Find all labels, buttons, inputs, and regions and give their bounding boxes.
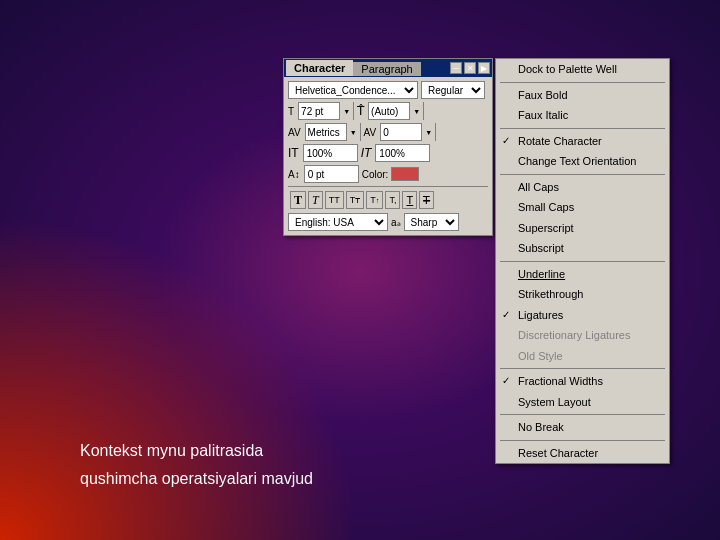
menu-item-old-style[interactable]: Old Style xyxy=(496,346,669,367)
body-text-line1: Kontekst mynu palitrasida xyxy=(80,442,263,460)
horiz-scale-input[interactable] xyxy=(375,144,430,162)
scale-row: IT IT xyxy=(288,144,488,162)
btn-T-comma[interactable]: T, xyxy=(385,191,400,209)
btn-T-super[interactable]: T↑ xyxy=(366,191,383,209)
menu-item-dock-palette[interactable]: Dock to Palette Well xyxy=(496,59,669,80)
menu-item-reset-char[interactable]: Reset Character xyxy=(496,443,669,464)
tracking-input[interactable] xyxy=(381,127,421,138)
menu-item-subscript[interactable]: Subscript xyxy=(496,238,669,259)
menu-item-underline[interactable]: Underline xyxy=(496,264,669,285)
aa-label: aₐ xyxy=(391,217,401,228)
baseline-color-row: A↕ Color: xyxy=(288,165,488,183)
minimize-button[interactable]: ─ xyxy=(450,62,462,74)
btn-T-regular[interactable]: T xyxy=(290,191,306,209)
tab-paragraph[interactable]: Paragraph xyxy=(353,62,420,76)
btn-TT-caps[interactable]: TT xyxy=(325,191,344,209)
kerning-arrow[interactable]: ▼ xyxy=(346,123,360,141)
panel-titlebar: Character Paragraph ─ ✕ ▶ xyxy=(284,59,492,77)
tab-character[interactable]: Character xyxy=(286,60,353,76)
color-swatch[interactable] xyxy=(391,167,419,181)
menu-item-rotate-char[interactable]: Rotate Character xyxy=(496,131,669,152)
kerning-input-group: ▼ xyxy=(305,123,361,141)
tracking-icon: AV xyxy=(364,127,377,138)
menu-item-sys-layout[interactable]: System Layout xyxy=(496,392,669,413)
btn-T-under[interactable]: T xyxy=(402,191,417,209)
font-style-select[interactable]: Regular xyxy=(421,81,485,99)
color-label: Color: xyxy=(362,169,389,180)
menu-item-all-caps[interactable]: All Caps xyxy=(496,177,669,198)
tracking-arrow[interactable]: ▼ xyxy=(421,123,435,141)
baseline-icon: A↕ xyxy=(288,169,300,180)
context-menu: Dock to Palette Well Faux Bold Faux Ital… xyxy=(495,58,670,464)
panel-container: Character Paragraph ─ ✕ ▶ Helvetica_Cond… xyxy=(283,58,493,236)
close-button[interactable]: ✕ xyxy=(464,62,476,74)
leading-arrow[interactable]: ▼ xyxy=(409,102,423,120)
kerning-icon: AV xyxy=(288,127,301,138)
menu-item-small-caps[interactable]: Small Caps xyxy=(496,197,669,218)
menu-item-superscript[interactable]: Superscript xyxy=(496,218,669,239)
kerning-tracking-row: AV ▼ AV ▼ xyxy=(288,123,488,141)
tracking-input-group: ▼ xyxy=(380,123,436,141)
panel-body: Helvetica_Condence... Regular T ▼ T̂ ▼ xyxy=(284,77,492,235)
btn-T-strike[interactable]: T̶ xyxy=(419,191,434,209)
menu-divider-7 xyxy=(500,440,665,441)
aa-select[interactable]: Sharp xyxy=(404,213,459,231)
btn-Tt-smallcaps[interactable]: Tᴛ xyxy=(346,191,365,209)
char-buttons-row: T T TT Tᴛ T↑ T, T T̶ xyxy=(288,190,488,210)
baseline-input[interactable] xyxy=(304,165,359,183)
size-icon: T xyxy=(288,106,294,117)
divider-1 xyxy=(288,186,488,187)
menu-item-change-orient[interactable]: Change Text Orientation xyxy=(496,151,669,172)
menu-divider-3 xyxy=(500,174,665,175)
menu-item-no-break[interactable]: No Break xyxy=(496,417,669,438)
vert-scale-input[interactable] xyxy=(303,144,358,162)
btn-T-italic[interactable]: T xyxy=(308,191,323,209)
menu-divider-2 xyxy=(500,128,665,129)
size-leading-row: T ▼ T̂ ▼ xyxy=(288,102,488,120)
titlebar-tabs: Character Paragraph xyxy=(286,60,421,76)
horiz-scale-icon: IT xyxy=(361,146,372,160)
leading-input-group: ▼ xyxy=(368,102,424,120)
menu-item-strikethrough[interactable]: Strikethrough xyxy=(496,284,669,305)
menu-item-faux-italic[interactable]: Faux Italic xyxy=(496,105,669,126)
size-arrow[interactable]: ▼ xyxy=(339,102,353,120)
menu-divider-1 xyxy=(500,82,665,83)
language-select[interactable]: English: USA xyxy=(288,213,388,231)
font-family-select[interactable]: Helvetica_Condence... xyxy=(288,81,418,99)
character-panel: Character Paragraph ─ ✕ ▶ Helvetica_Cond… xyxy=(283,58,493,236)
kerning-input[interactable] xyxy=(306,127,346,138)
menu-divider-6 xyxy=(500,414,665,415)
font-row: Helvetica_Condence... Regular xyxy=(288,81,488,99)
lang-aa-row: English: USA aₐ Sharp xyxy=(288,213,488,231)
size-input-group: ▼ xyxy=(298,102,354,120)
menu-divider-4 xyxy=(500,261,665,262)
menu-divider-5 xyxy=(500,368,665,369)
menu-item-frac-widths[interactable]: Fractional Widths xyxy=(496,371,669,392)
menu-item-faux-bold[interactable]: Faux Bold xyxy=(496,85,669,106)
menu-button[interactable]: ▶ xyxy=(478,62,490,74)
titlebar-controls: ─ ✕ ▶ xyxy=(450,62,490,74)
menu-item-ligatures[interactable]: Ligatures xyxy=(496,305,669,326)
leading-icon: T̂ xyxy=(357,104,364,118)
size-input[interactable] xyxy=(299,106,339,117)
vert-scale-icon: IT xyxy=(288,146,299,160)
menu-item-disc-lig[interactable]: Discretionary Ligatures xyxy=(496,325,669,346)
leading-input[interactable] xyxy=(369,106,409,117)
body-text-line2: qushimcha operatsiyalari mavjud xyxy=(80,470,313,488)
